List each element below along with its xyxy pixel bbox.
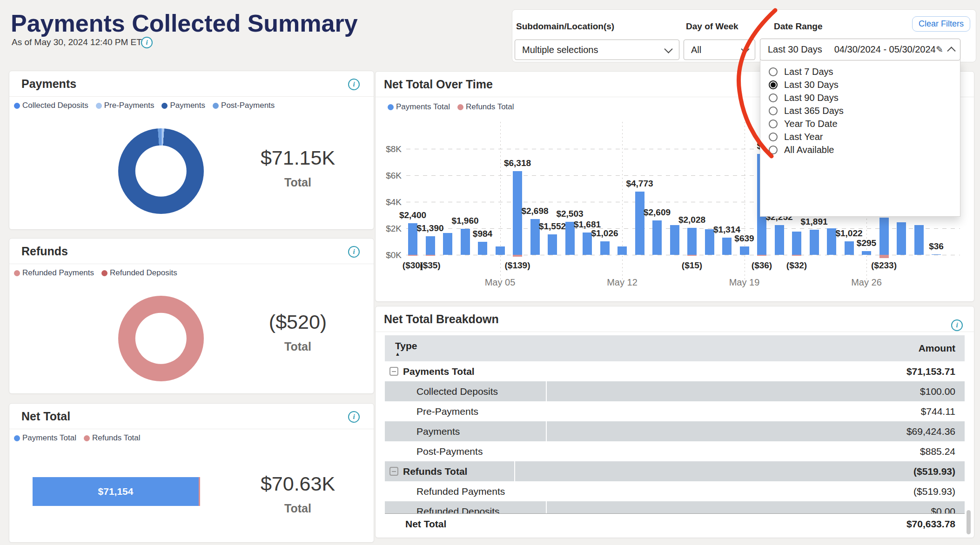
subdomain-dropdown[interactable]: Multiple selections (515, 40, 679, 60)
payments-total-bar[interactable]: $71,154 (33, 477, 199, 506)
radio-icon[interactable] (769, 133, 778, 141)
payments-bar[interactable] (687, 228, 697, 255)
payments-bar[interactable] (705, 229, 714, 255)
payments-bar[interactable] (792, 232, 801, 255)
legend-item[interactable]: Collected Deposits (14, 101, 88, 110)
date-range-option[interactable]: Last 365 Days (760, 104, 960, 117)
payments-bar[interactable] (897, 222, 906, 255)
pencil-icon[interactable]: ✎ (936, 44, 943, 55)
payments-bar[interactable] (426, 236, 435, 255)
table-row[interactable]: Payments Total$71,153.71 (385, 361, 965, 381)
date-range-option[interactable]: Last Year (760, 130, 960, 143)
legend-item[interactable]: Refunds Total (84, 433, 141, 443)
payments-bar[interactable] (914, 225, 924, 255)
legend-item[interactable]: Pre-Payments (96, 101, 154, 110)
legend-item[interactable]: Post-Payments (213, 101, 275, 110)
payments-bar[interactable] (443, 233, 452, 255)
payments-bar[interactable] (775, 225, 784, 255)
refund-bar[interactable] (879, 255, 889, 258)
day-of-week-dropdown[interactable]: All (684, 40, 755, 60)
payments-bar[interactable] (827, 228, 836, 255)
refunds-total-caption: Total (237, 340, 358, 353)
amount-column-header[interactable]: Amount (525, 335, 965, 361)
date-range-option[interactable]: All Available (760, 143, 960, 156)
date-range-option[interactable]: Last 30 Days (760, 78, 960, 91)
payments-bar[interactable] (652, 220, 662, 255)
radio-icon[interactable] (769, 120, 778, 128)
payments-bar[interactable] (862, 251, 871, 255)
legend-item[interactable]: Refunded Deposits (101, 268, 177, 278)
payments-bar[interactable] (722, 238, 732, 255)
net-total-card-title: Net Total (21, 410, 70, 423)
payments-bar[interactable] (740, 246, 749, 255)
date-range-option[interactable]: Last 7 Days (760, 65, 960, 78)
radio-icon[interactable] (769, 106, 778, 115)
refunds-total-bar[interactable] (199, 477, 200, 506)
row-amount: ($519.93) (913, 466, 955, 477)
payments-bar[interactable] (548, 234, 557, 255)
refund-bar[interactable] (408, 255, 417, 256)
info-icon[interactable]: i (348, 79, 360, 90)
refund-bar[interactable] (513, 255, 522, 257)
payments-bar[interactable] (408, 223, 417, 255)
legend-item[interactable]: Payments (161, 101, 205, 110)
day-of-week-value: All (684, 45, 701, 55)
payments-bar[interactable] (461, 229, 470, 255)
payments-bar[interactable] (600, 241, 610, 255)
table-row[interactable]: Post-Payments$885.24 (385, 441, 965, 461)
clear-filters-button[interactable]: Clear Filters (912, 16, 970, 32)
payments-bar[interactable] (530, 219, 540, 255)
table-row[interactable]: Refunded Deposits$0.00 (385, 501, 965, 513)
refund-bar[interactable] (792, 255, 801, 256)
payments-bar[interactable] (879, 218, 889, 255)
refunds-card-title: Refunds (21, 245, 68, 258)
date-range-dropdown[interactable]: Last 30 Days 04/30/2024 - 05/30/2024 ✎ (760, 39, 960, 60)
payments-bar[interactable] (565, 222, 575, 255)
legend-dot-icon (213, 103, 219, 109)
type-column-header[interactable]: Type ▲ (385, 335, 524, 361)
refund-bar[interactable] (757, 255, 766, 256)
radio-icon[interactable] (769, 146, 778, 154)
payments-bar[interactable] (810, 230, 819, 255)
legend-item[interactable]: Refunded Payments (14, 268, 94, 278)
table-row[interactable]: Refunds Total($519.93) (385, 461, 965, 481)
info-icon[interactable]: i (348, 411, 360, 423)
payments-total-value: $71.15K (237, 146, 358, 169)
radio-selected-icon[interactable] (769, 80, 778, 89)
info-icon[interactable]: i (348, 246, 360, 258)
collapse-icon[interactable] (389, 467, 398, 476)
table-header-row: Type ▲ Amount (385, 335, 965, 361)
refund-bar[interactable] (426, 255, 435, 256)
bar-value-label: $2,400 (399, 210, 426, 220)
radio-icon[interactable] (769, 67, 778, 76)
refund-value-label: ($15) (682, 260, 702, 271)
date-range-option[interactable]: Last 90 Days (760, 91, 960, 104)
payments-bar[interactable] (932, 254, 941, 255)
payments-bar[interactable] (618, 246, 627, 255)
dashboard: Payments Collected Summary As of May 30,… (0, 0, 980, 545)
payments-bar[interactable] (670, 225, 679, 255)
table-row[interactable]: Payments$69,424.36 (385, 421, 965, 441)
refunds-donut-chart[interactable] (118, 296, 204, 381)
payments-bar[interactable] (478, 242, 487, 255)
page-title: Payments Collected Summary (11, 9, 358, 37)
table-row[interactable]: Refunded Payments($519.93) (385, 481, 965, 501)
legend-item[interactable]: Payments Total (14, 433, 76, 443)
info-icon[interactable]: i (951, 319, 963, 331)
payments-bar[interactable] (583, 233, 592, 255)
refund-bar[interactable] (687, 255, 697, 256)
payments-bar[interactable] (496, 246, 505, 255)
radio-icon[interactable] (769, 93, 778, 102)
collapse-icon[interactable] (389, 367, 398, 376)
table-row[interactable]: Pre-Payments$744.11 (385, 401, 965, 421)
payments-bar[interactable] (845, 241, 854, 255)
net-total-bar-chart[interactable]: $71,154 (33, 477, 200, 506)
table-row[interactable]: Collected Deposits$100.00 (385, 381, 965, 401)
date-range-option[interactable]: Year To Date (760, 117, 960, 130)
payments-donut-chart[interactable] (118, 128, 204, 214)
scrollbar-thumb[interactable] (967, 510, 971, 534)
info-icon[interactable]: i (141, 37, 153, 48)
payments-bar[interactable] (513, 171, 522, 255)
bar-value-label: $36 (929, 241, 944, 252)
payments-bar[interactable] (635, 192, 644, 255)
